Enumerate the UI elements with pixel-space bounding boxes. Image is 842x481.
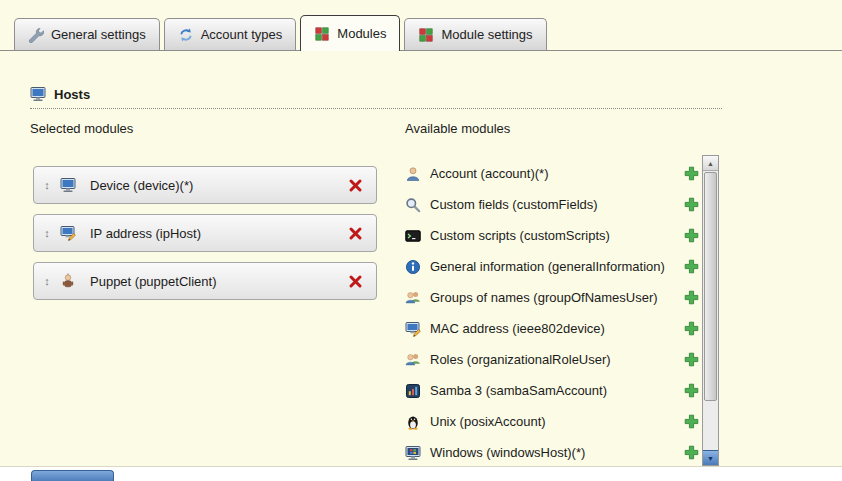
hosts-section-header: Hosts (30, 86, 722, 109)
module-label: MAC address (ieee802device) (430, 321, 605, 336)
tab-label: General settings (51, 27, 146, 42)
tab-module-settings[interactable]: Module settings (404, 18, 546, 50)
available-module-windows: Windows (windowsHost)(*) (405, 437, 699, 466)
add-icon[interactable] (684, 228, 699, 243)
module-label: Account (account)(*) (430, 166, 549, 181)
available-module-custom-scripts: Custom scripts (customScripts) (405, 220, 699, 251)
person-icon (405, 166, 421, 182)
selected-modules-heading: Selected modules (30, 121, 133, 136)
bottom-button-partial[interactable] (31, 470, 114, 481)
terminal-icon (405, 228, 421, 244)
module-settings-icon (418, 27, 434, 43)
tab-bar: General settings Account types Modules M… (14, 17, 547, 51)
samba-icon (405, 383, 421, 399)
add-icon[interactable] (684, 197, 699, 212)
computer-edit-icon (60, 225, 76, 241)
info-icon (405, 259, 421, 275)
remove-icon[interactable] (348, 226, 363, 241)
selected-module-ip-address[interactable]: ↕ IP address (ipHost) (33, 214, 377, 252)
selected-module-puppet[interactable]: ↕ Puppet (puppetClient) (33, 262, 377, 300)
add-icon[interactable] (684, 321, 699, 336)
scrollbar-thumb[interactable] (704, 172, 717, 401)
add-icon[interactable] (684, 352, 699, 367)
remove-icon[interactable] (348, 178, 363, 193)
tab-label: Account types (201, 27, 283, 42)
tab-label: Module settings (441, 27, 532, 42)
add-icon[interactable] (684, 290, 699, 305)
scroll-down-icon[interactable]: ▼ (703, 450, 718, 465)
module-label: Custom scripts (customScripts) (430, 228, 610, 243)
group-icon (405, 352, 421, 368)
selected-module-device[interactable]: ↕ Device (device)(*) (33, 166, 377, 204)
module-label: Puppet (puppetClient) (90, 274, 216, 289)
module-label: Device (device)(*) (90, 178, 193, 193)
group-icon (405, 290, 421, 306)
module-label: General information (generalInformation) (430, 259, 665, 274)
available-module-custom-fields: Custom fields (customFields) (405, 189, 699, 220)
available-module-general-information: General information (generalInformation) (405, 251, 699, 282)
available-module-roles: Roles (organizationalRoleUser) (405, 344, 699, 375)
windows-icon (405, 445, 421, 461)
module-label: Windows (windowsHost)(*) (430, 445, 585, 460)
remove-icon[interactable] (348, 274, 363, 289)
module-label: IP address (ipHost) (90, 226, 201, 241)
drag-handle-icon[interactable]: ↕ (34, 179, 60, 191)
module-label: Groups of names (groupOfNamesUser) (430, 290, 658, 305)
tab-modules[interactable]: Modules (300, 15, 400, 51)
add-icon[interactable] (684, 383, 699, 398)
device-icon (60, 177, 76, 193)
selected-modules-panel: ↕ Device (device)(*) ↕ IP address (ipHos… (33, 166, 377, 310)
hosts-section-title: Hosts (54, 87, 90, 102)
sync-arrows-icon (178, 27, 194, 43)
computer-edit-icon (405, 321, 421, 337)
module-label: Unix (posixAccount) (430, 414, 546, 429)
computer-icon (30, 86, 46, 102)
available-module-account: Account (account)(*) (405, 158, 699, 189)
available-module-groups-of-names: Groups of names (groupOfNamesUser) (405, 282, 699, 313)
available-modules-heading: Available modules (405, 121, 510, 136)
available-module-unix: Unix (posixAccount) (405, 406, 699, 437)
add-icon[interactable] (684, 445, 699, 460)
tab-account-types[interactable]: Account types (164, 18, 297, 50)
available-module-mac-address: MAC address (ieee802device) (405, 313, 699, 344)
drag-handle-icon[interactable]: ↕ (34, 227, 60, 239)
magnifier-icon (405, 197, 421, 213)
wrench-icon (28, 27, 44, 43)
available-modules-panel: Account (account)(*) Custom fields (cust… (405, 158, 699, 466)
add-icon[interactable] (684, 259, 699, 274)
module-label: Samba 3 (sambaSamAccount) (430, 383, 607, 398)
available-modules-scrollbar[interactable]: ▲ ▼ (702, 155, 719, 466)
puppet-icon (60, 273, 76, 289)
lam-configuration-screen: General settings Account types Modules M… (0, 0, 842, 481)
drag-handle-icon[interactable]: ↕ (34, 275, 60, 287)
scroll-up-icon[interactable]: ▲ (703, 156, 718, 171)
tux-icon (405, 414, 421, 430)
module-label: Roles (organizationalRoleUser) (430, 352, 611, 367)
modules-icon (314, 26, 330, 42)
tab-general-settings[interactable]: General settings (14, 18, 160, 50)
add-icon[interactable] (684, 166, 699, 181)
add-icon[interactable] (684, 414, 699, 429)
available-module-samba3: Samba 3 (sambaSamAccount) (405, 375, 699, 406)
module-label: Custom fields (customFields) (430, 197, 598, 212)
tab-label: Modules (337, 26, 386, 41)
